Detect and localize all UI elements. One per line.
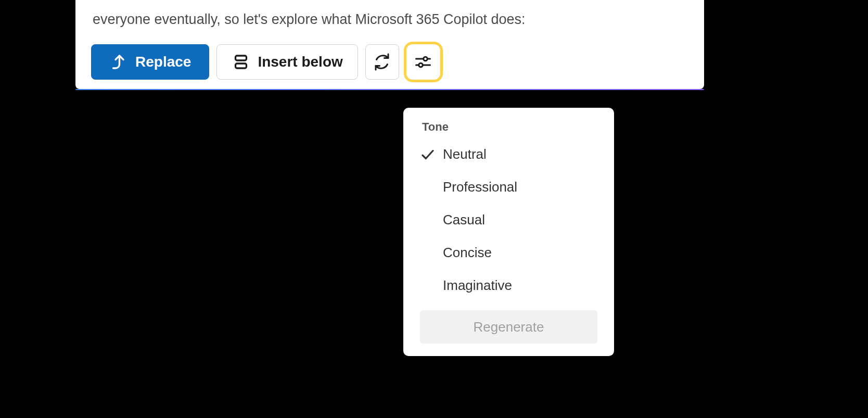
copilot-body-text: everyone eventually, so let's explore wh… xyxy=(91,0,688,44)
tone-item-label: Neutral xyxy=(443,146,487,162)
tone-dropdown: Tone Neutral Professional Casual xyxy=(403,108,614,356)
tone-item-professional[interactable]: Professional xyxy=(403,171,614,204)
arrow-up-icon xyxy=(109,53,128,71)
replace-label: Replace xyxy=(135,54,191,70)
toolbar: Replace Insert below xyxy=(91,44,688,80)
tone-item-label: Imaginative xyxy=(443,277,512,294)
tone-item-casual[interactable]: Casual xyxy=(403,204,614,236)
tone-settings-button[interactable] xyxy=(406,44,440,80)
tone-header: Tone xyxy=(403,117,614,138)
copilot-panel: everyone eventually, so let's explore wh… xyxy=(75,0,704,89)
regenerate-label: Regenerate xyxy=(474,319,544,335)
svg-rect-0 xyxy=(236,56,247,60)
tone-item-concise[interactable]: Concise xyxy=(403,236,614,269)
insert-below-label: Insert below xyxy=(258,54,342,70)
tone-item-label: Concise xyxy=(443,245,492,261)
insert-below-icon xyxy=(232,53,250,71)
regenerate-button[interactable]: Regenerate xyxy=(420,310,597,344)
tone-item-imaginative[interactable]: Imaginative xyxy=(403,269,614,302)
svg-point-3 xyxy=(424,57,428,61)
insert-below-button[interactable]: Insert below xyxy=(216,44,358,80)
regenerate-icon-button[interactable] xyxy=(365,44,399,80)
svg-point-5 xyxy=(419,63,423,67)
tone-item-label: Professional xyxy=(443,179,517,195)
svg-rect-1 xyxy=(236,64,247,68)
refresh-icon xyxy=(373,53,391,71)
sliders-icon xyxy=(414,53,432,71)
tone-item-label: Casual xyxy=(443,212,485,228)
check-icon xyxy=(420,147,436,162)
tone-item-neutral[interactable]: Neutral xyxy=(403,138,614,171)
replace-button[interactable]: Replace xyxy=(91,44,209,80)
